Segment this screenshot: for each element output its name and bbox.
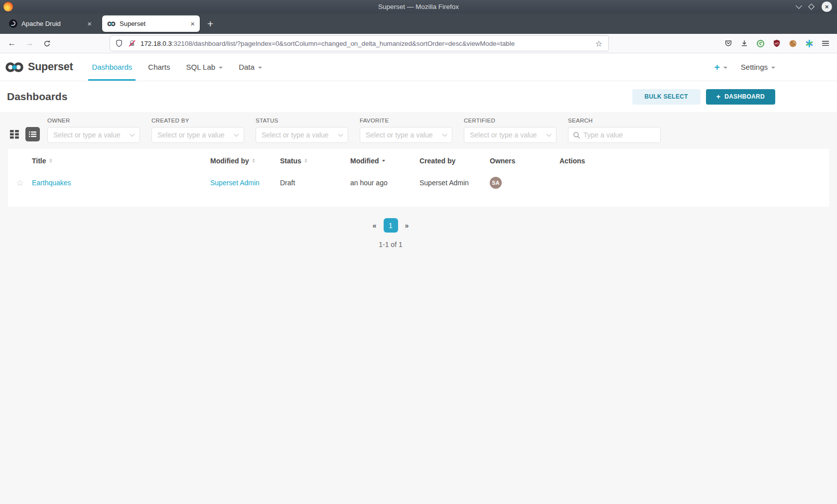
filter-label: FAVORITE: [360, 118, 452, 124]
chevron-down-icon: [219, 67, 223, 69]
column-label: Created by: [419, 157, 455, 165]
select-placeholder: Select or type a value: [262, 131, 329, 139]
content-area: OWNER Select or type a value CREATED BY …: [0, 112, 837, 504]
back-button[interactable]: ←: [4, 36, 19, 50]
header-owners: Owners: [490, 157, 559, 165]
header-modified-by[interactable]: Modified by: [210, 157, 280, 165]
nav-item-sql-lab[interactable]: SQL Lab: [178, 53, 231, 81]
add-dashboard-button[interactable]: + DASHBOARD: [706, 89, 775, 105]
new-item-button[interactable]: +: [714, 62, 727, 73]
insecure-lock-icon[interactable]: [128, 39, 136, 47]
sort-desc-icon: [382, 160, 385, 162]
modified-value: an hour ago: [350, 179, 388, 187]
menu-hamburger-icon[interactable]: [822, 39, 830, 47]
list-controls: OWNER Select or type a value CREATED BY …: [0, 112, 837, 143]
brand-name: Superset: [28, 61, 73, 73]
new-tab-button[interactable]: +: [207, 18, 213, 30]
created-by-select[interactable]: Select or type a value: [151, 127, 244, 143]
superset-navbar: Superset Dashboards Charts SQL Lab Data …: [0, 53, 837, 81]
prev-page-button[interactable]: «: [373, 222, 377, 230]
nav-item-data[interactable]: Data: [231, 53, 270, 81]
favorite-select[interactable]: Select or type a value: [360, 127, 452, 143]
svg-text:uO: uO: [775, 42, 779, 45]
filter-label: CREATED BY: [151, 118, 244, 124]
column-label: Status: [280, 157, 301, 165]
chevron-down-icon: [258, 67, 262, 69]
window-minimize-icon[interactable]: [796, 2, 802, 9]
filter-favorite: FAVORITE Select or type a value: [360, 118, 452, 143]
tab-close-icon[interactable]: ×: [87, 19, 92, 28]
header-title[interactable]: Title: [32, 157, 210, 165]
chevron-down-icon: [234, 131, 239, 136]
asterisk-extension-icon[interactable]: [805, 39, 814, 48]
select-placeholder: Select or type a value: [53, 131, 121, 139]
dashboard-title-link[interactable]: Earthquakes: [32, 179, 71, 187]
tab-close-icon[interactable]: ×: [190, 19, 195, 28]
chevron-down-icon: [130, 131, 135, 136]
url-bar[interactable]: 172.18.0.3:32108/dashboard/list/?pageInd…: [110, 36, 608, 51]
owner-select[interactable]: Select or type a value: [47, 127, 140, 143]
status-select[interactable]: Select or type a value: [256, 127, 348, 143]
cookie-extension-icon[interactable]: [789, 39, 797, 48]
certified-select[interactable]: Select or type a value: [464, 127, 557, 143]
column-label: Title: [32, 157, 46, 165]
chevron-down-icon: [771, 67, 775, 69]
ublock-origin-icon[interactable]: uO: [773, 39, 781, 47]
reload-button[interactable]: [39, 36, 54, 50]
modified-by-link[interactable]: Superset Admin: [210, 179, 260, 187]
window-titlebar: Superset — Mozilla Firefox ×: [0, 0, 837, 13]
filter-label: STATUS: [256, 118, 348, 124]
tab-bar: Apache Druid × Superset × +: [0, 13, 837, 34]
downloads-icon[interactable]: [740, 39, 748, 47]
window-maximize-icon[interactable]: [808, 3, 815, 10]
search-icon: [573, 131, 580, 139]
filter-label: SEARCH: [568, 118, 661, 124]
sort-icon: [49, 158, 52, 163]
nav-item-dashboards[interactable]: Dashboards: [84, 53, 140, 81]
window-close-icon[interactable]: ×: [822, 1, 832, 12]
chevron-down-icon: [547, 131, 552, 136]
nav-item-charts[interactable]: Charts: [140, 53, 178, 81]
forward-button[interactable]: →: [22, 36, 37, 50]
main-nav: Dashboards Charts SQL Lab Data: [84, 53, 270, 81]
tab-apache-druid[interactable]: Apache Druid ×: [4, 15, 97, 32]
url-text[interactable]: 172.18.0.3:32108/dashboard/list/?pageInd…: [140, 40, 594, 47]
card-view-toggle[interactable]: [9, 128, 20, 140]
column-label: Owners: [490, 157, 515, 165]
superset-brand[interactable]: Superset: [5, 53, 73, 81]
settings-menu[interactable]: Settings: [741, 63, 775, 71]
page-header: Dashboards BULK SELECT + DASHBOARD: [0, 81, 837, 112]
next-page-button[interactable]: »: [405, 222, 409, 230]
view-mode-toggles: [9, 127, 40, 141]
tab-superset[interactable]: Superset ×: [102, 15, 200, 32]
filter-status: STATUS Select or type a value: [256, 118, 348, 143]
search-input[interactable]: [583, 131, 656, 139]
favorite-star-icon[interactable]: ☆: [16, 178, 23, 188]
select-placeholder: Select or type a value: [470, 131, 537, 139]
owner-avatar[interactable]: SA: [490, 177, 502, 189]
tracking-shield-icon[interactable]: [115, 39, 123, 47]
table-header-row: Title Modified by Status Modified Create…: [8, 149, 829, 172]
page-1-button[interactable]: 1: [384, 218, 398, 233]
column-label: Modified: [350, 157, 379, 165]
tab-title: Apache Druid: [21, 20, 84, 27]
nav-label: SQL Lab: [186, 63, 215, 71]
pagination-area: « 1 » 1-1 of 1: [8, 207, 773, 249]
select-placeholder: Select or type a value: [157, 131, 225, 139]
bulk-select-button[interactable]: BULK SELECT: [632, 89, 700, 105]
bookmark-star-icon[interactable]: ☆: [594, 39, 603, 48]
select-placeholder: Select or type a value: [366, 131, 433, 139]
page-title: Dashboards: [7, 91, 67, 103]
header-created-by: Created by: [419, 157, 490, 165]
table-view-toggle[interactable]: [25, 127, 40, 141]
header-buttons: BULK SELECT + DASHBOARD: [632, 89, 837, 105]
pocket-icon[interactable]: [724, 39, 732, 47]
header-modified[interactable]: Modified: [350, 157, 419, 165]
status-value: Draft: [280, 179, 295, 187]
chevron-down-icon: [338, 131, 343, 136]
pagination: « 1 »: [373, 218, 409, 233]
header-status[interactable]: Status: [280, 157, 350, 165]
filter-certified: CERTIFIED Select or type a value: [464, 118, 557, 143]
privacy-extension-icon[interactable]: [756, 39, 765, 48]
superset-logo-icon: [5, 61, 24, 73]
